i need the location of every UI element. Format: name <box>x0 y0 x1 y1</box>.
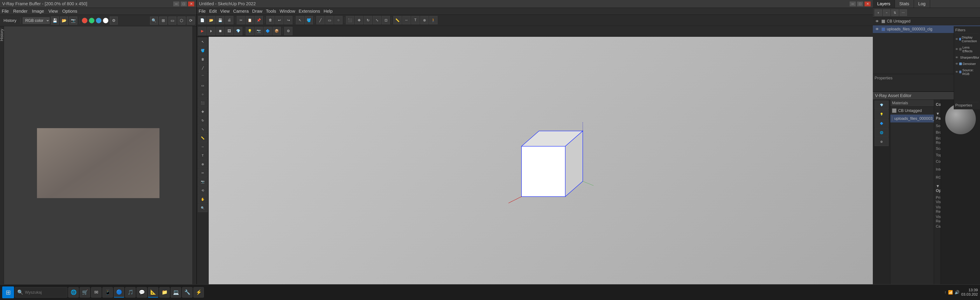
tool-axes[interactable]: ⊕ <box>198 160 208 168</box>
channel-button[interactable]: ⬡ <box>178 17 186 24</box>
settings-button[interactable]: ⚙ <box>110 17 118 24</box>
vray-settings-btn[interactable]: ⚙ <box>284 27 293 35</box>
zoom-button[interactable]: 🔍 <box>150 17 158 24</box>
close-button[interactable]: ✕ <box>188 2 194 6</box>
sk-menu-draw[interactable]: Draw <box>252 9 262 14</box>
tab-log[interactable]: Log <box>914 0 930 8</box>
undo-btn[interactable]: ↩ <box>275 16 283 24</box>
menu-render[interactable]: Render <box>13 9 27 14</box>
menu-options[interactable]: Options <box>62 9 77 14</box>
maximize-button[interactable]: □ <box>181 2 187 6</box>
sk-menu-tools[interactable]: Tools <box>266 9 276 14</box>
color-green[interactable] <box>89 18 94 24</box>
tool-move[interactable]: ✥ <box>198 108 208 116</box>
menu-view[interactable]: View <box>48 9 58 14</box>
vray-proxy-btn[interactable]: 📦 <box>272 27 281 35</box>
taskbar-other-1[interactable]: 🔧 <box>182 287 192 298</box>
color-red[interactable] <box>82 18 88 24</box>
del-layer-btn[interactable]: − <box>883 10 890 16</box>
add-layer-btn[interactable]: + <box>875 10 882 16</box>
color-mode-select[interactable]: RGB color Alpha Luminance <box>23 17 50 24</box>
lut-button[interactable]: ⟳ <box>187 17 195 24</box>
open-button[interactable]: 📂 <box>60 17 68 24</box>
print-btn[interactable]: 🖨 <box>225 16 234 24</box>
tab-layers[interactable]: Layers <box>873 0 895 8</box>
tab-stats[interactable]: Stats <box>895 0 914 8</box>
push-btn[interactable]: ⬛ <box>346 16 354 24</box>
mat-uploads[interactable]: uploads_files_000003_clg <box>890 114 934 122</box>
taskbar-chrome[interactable]: 🔵 <box>114 287 124 298</box>
rect-btn[interactable]: ▭ <box>325 16 334 24</box>
taskbar-spotify[interactable]: 🎵 <box>125 287 135 298</box>
mat-untagged[interactable]: CB Untagged <box>890 107 934 114</box>
tool-rect[interactable]: ▭ <box>198 81 208 90</box>
eye-uploads[interactable]: 👁 <box>875 27 880 32</box>
tool-text[interactable]: T <box>198 151 208 160</box>
tool-orbit[interactable]: ⟲ <box>198 186 208 195</box>
tape-btn[interactable]: 📏 <box>393 16 402 24</box>
sk-menu-camera[interactable]: Camera <box>233 9 249 14</box>
line-btn[interactable]: ╱ <box>316 16 325 24</box>
tool-scale[interactable]: ⤡ <box>198 125 208 133</box>
lights-btn[interactable]: 💡 <box>875 110 889 119</box>
erase-btn[interactable]: 🗑 <box>266 16 275 24</box>
text-btn[interactable]: T <box>411 16 420 24</box>
taskbar-sketchup[interactable]: 📐 <box>148 287 158 298</box>
render-button[interactable]: 📷 <box>69 17 77 24</box>
tool-select[interactable]: ↖ <box>198 38 208 46</box>
volume-icon[interactable]: 🔊 <box>955 290 959 295</box>
render-canvas-area[interactable] <box>4 26 192 300</box>
taskbar-edge[interactable]: 🌐 <box>68 287 79 298</box>
vray-render-btn[interactable]: ▶ <box>198 27 207 35</box>
taskbar-teams[interactable]: 📱 <box>102 287 113 298</box>
save-image-button[interactable]: 💾 <box>51 17 59 24</box>
tool-arc[interactable]: ⌒ <box>198 73 208 81</box>
tool-line[interactable]: ╱ <box>198 64 208 72</box>
sk-menu-help[interactable]: Help <box>323 9 332 14</box>
paint-btn[interactable]: 🪣 <box>305 16 313 24</box>
region-button[interactable]: ▭ <box>169 17 176 24</box>
sk-menu-window[interactable]: Window <box>280 9 295 14</box>
sk-menu-edit[interactable]: Edit <box>209 9 216 14</box>
sk-menu-view[interactable]: View <box>220 9 230 14</box>
vray-ipr-btn[interactable]: ⏵ <box>207 27 215 35</box>
more-layer-btn[interactable]: ⋯ <box>899 10 907 16</box>
taskbar-search-input[interactable] <box>25 290 65 295</box>
tool-circle[interactable]: ○ <box>198 90 208 98</box>
color-blue[interactable] <box>96 18 102 24</box>
tool-tape[interactable]: 📏 <box>198 134 208 142</box>
tool-pan[interactable]: ✋ <box>198 195 208 203</box>
axes-btn[interactable]: ⊕ <box>420 16 428 24</box>
taskbar-discord[interactable]: 💬 <box>137 287 147 298</box>
offset-btn[interactable]: ⊡ <box>382 16 390 24</box>
tool-rotate[interactable]: ↻ <box>198 116 208 125</box>
scale-btn[interactable]: ⤡ <box>373 16 381 24</box>
geometry-btn[interactable]: 🔷 <box>875 119 889 128</box>
history-tab[interactable]: History <box>2 18 18 23</box>
sk-minimize-button[interactable]: ─ <box>850 2 856 6</box>
network-icon[interactable]: 📶 <box>948 290 953 295</box>
layout-button[interactable]: ⊞ <box>159 17 167 24</box>
dim-btn[interactable]: ↔ <box>402 16 410 24</box>
eye-icon-2[interactable]: 👁 <box>955 48 958 51</box>
vray-stop-btn[interactable]: ⏹ <box>216 27 224 35</box>
tool-dim[interactable]: ↔ <box>198 143 208 151</box>
menu-image[interactable]: Image <box>32 9 44 14</box>
taskbar-other-2[interactable]: ⚡ <box>193 287 204 298</box>
sk-close-button[interactable]: ✕ <box>864 2 870 6</box>
open-btn[interactable]: 📂 <box>207 16 215 24</box>
new-btn[interactable]: 📄 <box>198 16 207 24</box>
vray-asset-btn[interactable]: 💎 <box>234 27 242 35</box>
vray-fb-btn[interactable]: 🖼 <box>225 27 234 35</box>
redo-btn[interactable]: ↪ <box>284 16 293 24</box>
materials-btn[interactable]: 💎 <box>875 101 889 110</box>
start-button[interactable]: ⊞ <box>2 286 14 298</box>
vray-cam-btn[interactable]: 📷 <box>255 27 263 35</box>
eye-icon-4[interactable]: 👁 <box>955 62 958 66</box>
eye-untagged[interactable]: 👁 <box>875 19 880 24</box>
taskbar-vscode[interactable]: 💻 <box>170 287 181 298</box>
vray-lights-btn[interactable]: 💡 <box>246 27 254 35</box>
copy-btn[interactable]: 📋 <box>246 16 254 24</box>
eye-icon-3[interactable]: 👁 <box>955 56 958 59</box>
eye-icon-1[interactable]: 👁 <box>955 37 958 41</box>
